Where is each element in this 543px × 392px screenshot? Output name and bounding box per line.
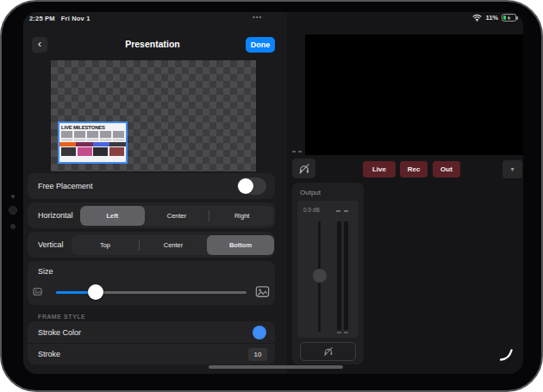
stroke-value[interactable]: 10: [248, 348, 267, 361]
home-indicator[interactable]: [209, 365, 343, 369]
vertical-segmented-control: Top Center Bottom: [72, 235, 274, 255]
frame-style-section-header: FRAME STYLE: [38, 314, 85, 320]
horizontal-option-right[interactable]: Right: [209, 206, 274, 226]
horizontal-option-center[interactable]: Center: [145, 206, 209, 226]
corner-swipe-hint-icon[interactable]: [500, 348, 514, 362]
free-placement-row: Free Placement: [28, 173, 275, 199]
horizontal-label: Horizontal: [38, 211, 73, 220]
thumbnail-title: LIVE MILESTONES: [59, 123, 126, 130]
bezel-sensor-dot: [10, 224, 16, 229]
mini-meter-ticks: [292, 151, 302, 152]
thumbnail-video-row: [59, 130, 126, 139]
thumbnail-color-band: [59, 142, 126, 146]
status-date: Fri Nov 1: [61, 15, 90, 22]
meter-peak-ticks-bottom: [337, 332, 348, 333]
size-slider-row: [28, 282, 275, 302]
horizontal-segmented-control: Left Center Right: [80, 206, 274, 226]
meter-peak-ticks-top: [336, 210, 348, 212]
vertical-option-center[interactable]: Center: [140, 235, 207, 255]
rec-button[interactable]: Rec: [400, 161, 428, 177]
battery-icon: [502, 14, 516, 22]
vertical-option-bottom[interactable]: Bottom: [207, 235, 274, 255]
battery-percent: 11%: [485, 14, 498, 22]
horizontal-row: Horizontal Left Center Right: [28, 202, 275, 228]
toggle-knob: [238, 178, 253, 194]
bezel-sensor-dot: [11, 195, 15, 198]
status-time-date: 2:25 PMFri Nov 1: [29, 15, 97, 22]
vu-meter-right: [344, 221, 348, 330]
multitask-dots-icon[interactable]: •••: [253, 13, 262, 21]
vertical-label: Vertical: [38, 240, 64, 249]
stroke-color-swatch[interactable]: [253, 326, 266, 339]
monitor-mute-button[interactable]: [292, 159, 315, 178]
size-row: Size: [28, 261, 275, 305]
vertical-option-top[interactable]: Top: [72, 235, 139, 255]
status-time: 2:25 PM: [29, 15, 55, 22]
size-slider-track[interactable]: [56, 291, 247, 294]
placement-preview-canvas[interactable]: LIVE MILESTONES: [51, 60, 256, 171]
output-dropdown-button[interactable]: ▾: [502, 160, 522, 178]
free-placement-toggle[interactable]: [237, 177, 266, 195]
live-button[interactable]: Live: [363, 161, 396, 177]
horizontal-option-left[interactable]: Left: [80, 206, 145, 226]
stroke-label: Stroke: [38, 350, 60, 358]
out-button[interactable]: Out: [433, 161, 460, 177]
charging-bolt-icon: [506, 15, 512, 22]
output-audio-panel: Output 0.0 dB: [292, 183, 364, 364]
ipad-device-frame: 2:25 PMFri Nov 1 ••• 11%: [0, 0, 543, 392]
page-title: Presentation: [75, 39, 230, 49]
video-output-preview[interactable]: [305, 34, 523, 155]
free-placement-label: Free Placement: [38, 182, 93, 190]
headphones-muted-icon: [323, 346, 334, 357]
stroke-color-label: Stroke Color: [38, 328, 81, 337]
chevron-down-icon: ▾: [510, 165, 514, 173]
vu-meter-left: [337, 221, 341, 330]
size-slider-knob[interactable]: [88, 284, 103, 300]
back-button[interactable]: ‹: [32, 37, 47, 53]
status-right-cluster: 11%: [472, 14, 516, 22]
size-label: Size: [38, 267, 53, 276]
presentation-thumbnail[interactable]: LIVE MILESTONES: [58, 121, 128, 164]
output-meter-box: 0.0 dB: [297, 201, 359, 338]
wifi-icon: [472, 14, 482, 22]
volume-slider-knob[interactable]: [313, 269, 327, 283]
status-bar: 2:25 PMFri Nov 1 ••• 11%: [23, 12, 523, 26]
output-panel-title: Output: [300, 189, 321, 196]
stroke-width-row[interactable]: Stroke 10: [28, 343, 275, 364]
vertical-row: Vertical Top Center Bottom: [28, 232, 275, 258]
frame-style-card: Stroke Color Stroke 10: [28, 321, 275, 364]
front-camera: [9, 206, 17, 215]
output-mute-button[interactable]: [300, 342, 356, 361]
image-small-icon: [33, 287, 42, 296]
done-button[interactable]: Done: [246, 37, 275, 53]
thumbnail-bottom-row: [59, 146, 126, 158]
screen: 2:25 PMFri Nov 1 ••• 11%: [23, 12, 523, 374]
headphones-muted-icon: [298, 163, 310, 175]
stroke-color-row[interactable]: Stroke Color: [28, 321, 275, 343]
image-large-icon: [255, 284, 270, 299]
output-level-label: 0.0 dB: [303, 207, 320, 213]
